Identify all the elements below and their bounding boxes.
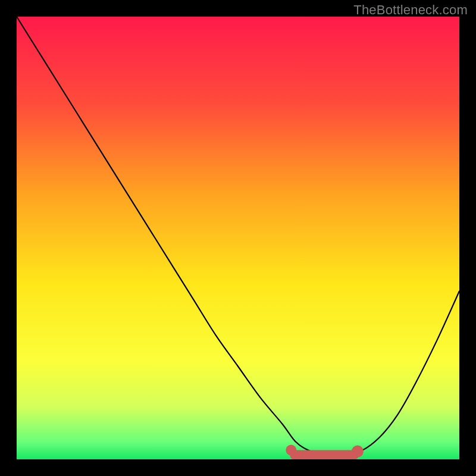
watermark-text: TheBottleneck.com <box>353 2 468 18</box>
bottleneck-chart <box>17 17 459 459</box>
svg-point-2 <box>352 446 364 458</box>
plot-area <box>17 17 459 459</box>
gradient-background <box>17 17 459 459</box>
chart-frame: TheBottleneck.com <box>0 0 476 476</box>
